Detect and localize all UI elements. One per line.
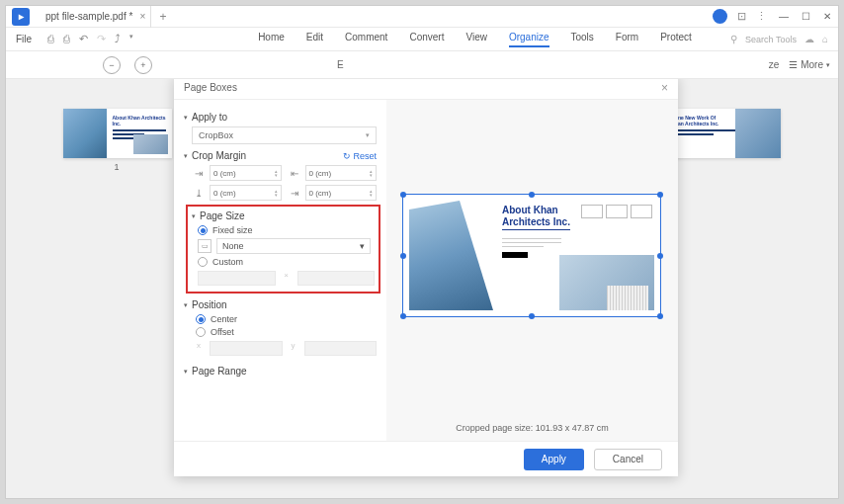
print-icon[interactable]: ⎙ (63, 33, 70, 45)
crop-handle[interactable] (400, 313, 406, 319)
preview-title: About KhanArchitects Inc. (502, 205, 570, 230)
margin-top-input[interactable]: 0 (cm)▴▾ (210, 165, 282, 181)
crop-handle[interactable] (657, 253, 663, 259)
save-icon[interactable]: ⎙ (47, 33, 54, 45)
menubar: File ⎙ ⎙ ↶ ↷ ⤴ ▾ Home Edit Comment Conve… (6, 28, 838, 51)
position-section[interactable]: ▾ Position (184, 299, 386, 310)
user-avatar[interactable] (713, 9, 727, 24)
chevron-down-icon: ▾ (184, 301, 188, 309)
apply-to-dropdown[interactable]: CropBox ▾ (192, 126, 377, 144)
maximize-button[interactable]: ☐ (795, 6, 816, 28)
cloud-icon[interactable]: ☁ (804, 34, 814, 44)
margin-right-icon: ⇥ (288, 186, 301, 200)
reset-icon: ↻ (343, 151, 351, 161)
spinner-icon[interactable]: ▴▾ (275, 189, 278, 197)
secondary-toolbar: − + E ze ☰ More ▾ (6, 51, 838, 79)
tab-organize[interactable]: Organize (509, 32, 549, 47)
tab-tools[interactable]: Tools (571, 32, 594, 47)
search-tools[interactable]: Search Tools (745, 35, 797, 44)
size-dropdown[interactable]: None ▾ (216, 238, 371, 254)
undo-icon[interactable]: ↶ (79, 33, 88, 45)
chevron-down-icon: ▾ (184, 114, 188, 122)
new-tab-button[interactable]: + (151, 10, 174, 24)
document-tab[interactable]: ppt file-sample.pdf * × (36, 6, 151, 28)
kebab-icon[interactable]: ⋮ (753, 9, 769, 25)
page-range-section[interactable]: ▾ Page Range (184, 366, 386, 377)
chevron-down-icon: ▾ (184, 368, 188, 376)
toolbar-ze-label: ze (769, 59, 780, 70)
thumb-1-label: 1 (114, 162, 119, 172)
multiply-icon: × (284, 271, 290, 286)
hamburger-icon: ☰ (789, 59, 798, 70)
tab-form[interactable]: Form (616, 32, 638, 47)
custom-height-input (297, 271, 376, 286)
share-icon[interactable]: ⤴ (115, 33, 121, 45)
cancel-button[interactable]: Cancel (594, 449, 662, 470)
spinner-icon[interactable]: ▴▾ (370, 189, 373, 197)
tab-edit[interactable]: Edit (306, 32, 323, 47)
search-icon[interactable]: ⚲ (730, 34, 737, 44)
spinner-icon[interactable]: ▴▾ (275, 169, 278, 177)
spinner-icon[interactable]: ▴▾ (370, 169, 373, 177)
y-label: y (291, 341, 296, 356)
zoom-out-icon[interactable]: − (103, 56, 121, 74)
preview-sub-image (559, 255, 654, 310)
offset-x-input (210, 341, 283, 356)
page-thumbnail-1[interactable]: About Khan Architects Inc. (63, 109, 172, 158)
close-button[interactable]: ✕ (816, 6, 838, 28)
custom-size-radio[interactable]: Custom (198, 257, 375, 267)
dialog-close-icon[interactable]: × (661, 81, 668, 95)
chevron-down-icon: ▾ (826, 61, 830, 69)
dropdown-icon[interactable]: ▾ (129, 33, 133, 45)
cropped-size-info: Cropped page size: 101.93 x 47.87 cm (386, 423, 678, 433)
margin-bottom-icon: ⤓ (192, 186, 206, 200)
crop-handle[interactable] (400, 253, 406, 259)
apply-to-section[interactable]: ▾ Apply to (184, 112, 386, 123)
close-icon[interactable]: × (140, 11, 146, 22)
dialog-footer: Apply Cancel (174, 441, 678, 476)
center-radio[interactable]: Center (196, 314, 386, 324)
dialog-preview-panel: About KhanArchitects Inc. (386, 100, 678, 441)
chevron-down-icon: ▾ (366, 131, 370, 139)
preview-black-bar (502, 252, 528, 258)
crop-handle[interactable] (529, 313, 535, 319)
radio-icon (198, 257, 208, 267)
tab-home[interactable]: Home (258, 32, 285, 47)
more-button[interactable]: ☰ More ▾ (789, 59, 830, 70)
tab-protect[interactable]: Protect (660, 32, 692, 47)
orientation-icon[interactable]: ▭ (198, 239, 211, 253)
offset-radio[interactable]: Offset (196, 327, 386, 337)
thumb-4-title: ne New Work Of an Architects Inc. (678, 115, 737, 126)
crop-handle[interactable] (657, 192, 663, 198)
margin-left-input[interactable]: 0 (cm)▴▾ (305, 165, 378, 181)
tab-convert[interactable]: Convert (409, 32, 444, 47)
fixed-size-radio[interactable]: Fixed size (198, 225, 375, 235)
redo-icon[interactable]: ↷ (97, 33, 106, 45)
expand-icon[interactable]: ⌂ (822, 34, 828, 44)
reset-button[interactable]: ↻Reset (343, 151, 377, 161)
margin-right-input[interactable]: 0 (cm)▴▾ (305, 185, 378, 201)
crop-handle[interactable] (400, 192, 406, 198)
x-label: x (196, 341, 202, 356)
radio-icon (198, 225, 208, 235)
dialog-header: Page Boxes × (174, 79, 678, 100)
tab-view[interactable]: View (465, 32, 487, 47)
radio-icon (196, 327, 206, 337)
tab-title: ppt file-sample.pdf * (45, 11, 132, 22)
toolbar-e-label: E (337, 59, 344, 70)
crop-handle[interactable] (657, 313, 663, 319)
file-menu[interactable]: File (6, 34, 42, 44)
page-boxes-dialog: Page Boxes × ▾ Apply to CropBox ▾ ▾ Crop (174, 79, 678, 476)
zoom-in-icon[interactable]: + (134, 56, 152, 74)
crop-handle[interactable] (529, 192, 535, 198)
minimize-button[interactable]: — (773, 6, 795, 28)
margin-bottom-input[interactable]: 0 (cm)▴▾ (210, 185, 282, 201)
crop-margin-section[interactable]: ▾ Crop Margin ↻Reset (184, 150, 386, 161)
apply-button[interactable]: Apply (524, 449, 584, 470)
page-thumbnail-4[interactable]: ne New Work Of an Architects Inc. (672, 109, 781, 158)
tab-comment[interactable]: Comment (345, 32, 387, 47)
crop-preview[interactable]: About KhanArchitects Inc. (402, 194, 661, 317)
page-size-section[interactable]: ▾ Page Size (192, 210, 375, 221)
page-size-highlight: ▾ Page Size Fixed size ▭ None ▾ (186, 205, 380, 294)
feedback-icon[interactable]: ⊡ (733, 9, 749, 25)
